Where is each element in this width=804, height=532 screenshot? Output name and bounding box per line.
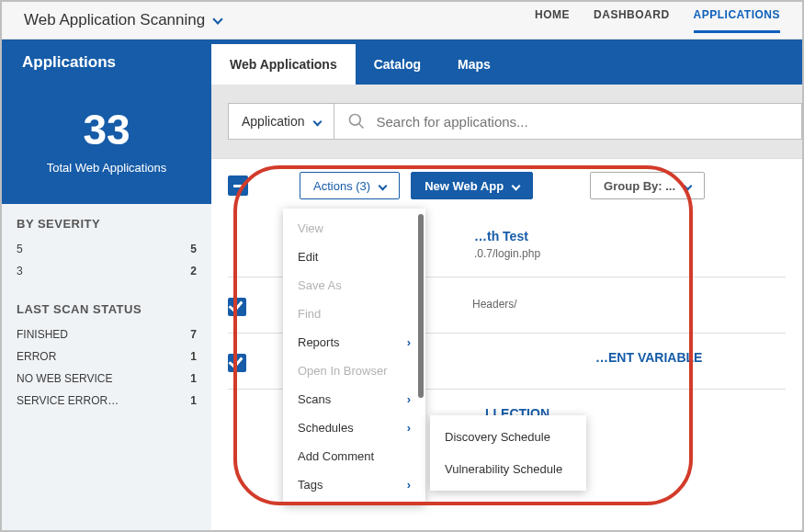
menu-save-as: Save As xyxy=(283,271,425,300)
new-web-app-button[interactable]: New Web App xyxy=(411,172,533,199)
minus-icon xyxy=(233,185,243,187)
search-input[interactable] xyxy=(377,114,789,130)
nav-home[interactable]: HOME xyxy=(535,8,570,33)
submenu-vulnerability-schedule[interactable]: Vulnerability Schedule xyxy=(430,453,586,485)
item-title: …th Test xyxy=(474,229,540,243)
actions-button[interactable]: Actions (3) xyxy=(300,172,400,199)
chevron-right-icon: › xyxy=(407,392,411,406)
product-title: Web Application Scanning xyxy=(24,11,205,29)
new-web-app-label: New Web App xyxy=(425,179,504,193)
page-title: Applications xyxy=(2,40,211,85)
menu-scans[interactable]: Scans› xyxy=(283,385,425,413)
group-by-button[interactable]: Group By: ... xyxy=(590,172,705,199)
tab-catalog[interactable]: Catalog xyxy=(356,44,439,85)
menu-view: View xyxy=(283,214,425,243)
menu-scrollbar[interactable] xyxy=(418,214,424,398)
menu-tags[interactable]: Tags› xyxy=(283,470,425,499)
chevron-down-icon xyxy=(314,114,321,129)
item-url: .0.7/login.php xyxy=(474,247,540,260)
row-checkbox[interactable] xyxy=(228,298,246,316)
chevron-right-icon: › xyxy=(407,421,411,435)
group-by-label: Group By: ... xyxy=(604,179,675,193)
total-label: Total Web Applications xyxy=(2,161,211,175)
tab-maps[interactable]: Maps xyxy=(439,44,509,85)
svg-line-1 xyxy=(358,124,363,129)
chevron-right-icon: › xyxy=(407,335,411,349)
product-switcher[interactable]: Web Application Scanning xyxy=(24,11,221,29)
chevron-down-icon xyxy=(379,179,386,193)
menu-edit[interactable]: Edit xyxy=(283,243,425,271)
row-checkbox[interactable] xyxy=(228,354,246,372)
schedules-submenu: Discovery Schedule Vulnerability Schedul… xyxy=(430,415,586,491)
chevron-down-icon xyxy=(214,11,221,29)
nav-applications[interactable]: APPLICATIONS xyxy=(694,8,780,33)
item-title: …ENT VARIABLE xyxy=(595,350,702,365)
scan-status-row[interactable]: SERVICE ERROR…1 xyxy=(17,390,197,412)
actions-label: Actions (3) xyxy=(313,179,370,193)
actions-menu: View Edit Save As Find Reports› Open In … xyxy=(283,209,425,504)
svg-point-0 xyxy=(349,115,360,126)
top-nav: HOME DASHBOARD APPLICATIONS xyxy=(535,8,780,33)
menu-schedules[interactable]: Schedules› xyxy=(283,413,425,442)
nav-dashboard[interactable]: DASHBOARD xyxy=(594,8,670,33)
search-filter-dropdown[interactable]: Application xyxy=(228,103,334,140)
chevron-down-icon xyxy=(685,179,691,193)
chevron-right-icon: › xyxy=(407,478,411,492)
scan-status-row[interactable]: FINISHED7 xyxy=(17,323,197,345)
chevron-down-icon xyxy=(513,179,519,193)
search-filter-label: Application xyxy=(242,114,305,129)
search-icon xyxy=(347,112,366,130)
sidebar: 33 Total Web Applications BY SEVERITY 55… xyxy=(2,85,211,530)
tab-web-applications[interactable]: Web Applications xyxy=(211,44,356,85)
menu-find: Find xyxy=(283,300,425,328)
item-url: Headers/ xyxy=(472,298,517,311)
scan-status-row[interactable]: ERROR1 xyxy=(17,345,197,368)
severity-title: BY SEVERITY xyxy=(17,217,197,231)
scan-status-title: LAST SCAN STATUS xyxy=(17,302,197,316)
menu-add-comment[interactable]: Add Comment xyxy=(283,442,425,470)
menu-open-browser: Open In Browser xyxy=(283,357,425,385)
select-all-checkbox[interactable] xyxy=(228,175,248,196)
total-count: 33 xyxy=(2,107,211,153)
severity-row[interactable]: 55 xyxy=(17,238,197,260)
severity-row[interactable]: 32 xyxy=(17,260,197,282)
menu-reports[interactable]: Reports› xyxy=(283,328,425,357)
scan-status-row[interactable]: NO WEB SERVICE1 xyxy=(17,368,197,390)
submenu-discovery-schedule[interactable]: Discovery Schedule xyxy=(430,421,586,453)
